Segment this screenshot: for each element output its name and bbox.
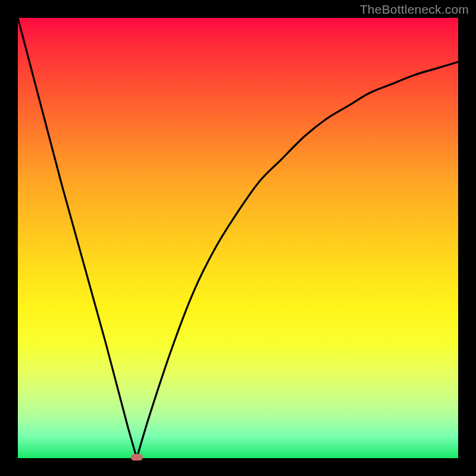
chart-frame: TheBottleneck.com <box>0 0 476 476</box>
plot-area <box>18 18 458 458</box>
minimum-marker <box>131 454 143 461</box>
bottleneck-curve <box>18 18 458 458</box>
watermark-text: TheBottleneck.com <box>360 2 469 17</box>
